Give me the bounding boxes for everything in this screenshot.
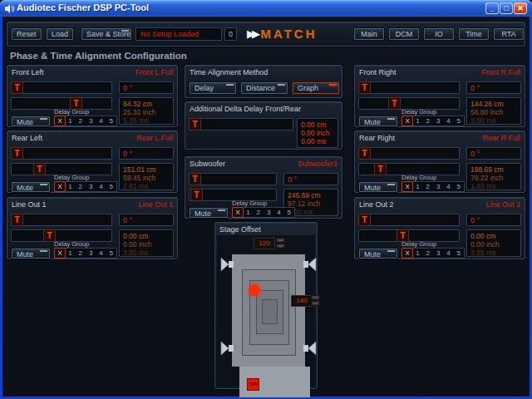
channel-name: Line Out 2 <box>359 200 394 209</box>
delta-delay-slider-track[interactable] <box>189 118 293 131</box>
delay-group-cell-1[interactable]: 1 <box>65 116 75 126</box>
channel-name: Rear Left <box>12 134 42 142</box>
phase-slider-handle[interactable]: T <box>11 147 23 160</box>
mute-button[interactable]: Mute <box>11 248 51 259</box>
delay-group-cell-4[interactable]: 4 <box>443 116 453 126</box>
delay-group-cell-5[interactable]: 5 <box>106 182 116 191</box>
save-store-button[interactable]: Save & Store <box>81 27 132 41</box>
subwoofer-position-marker[interactable]: SW <box>247 378 259 391</box>
save-store-indicator-icon <box>121 30 129 32</box>
minimize-button[interactable]: _ <box>485 2 499 14</box>
delay-group-cell-2[interactable]: 2 <box>254 208 264 217</box>
phase-slider-track[interactable] <box>358 214 460 226</box>
delay-group-cell-x[interactable]: X <box>233 208 243 217</box>
delay-group-cell-3[interactable]: 3 <box>433 182 443 191</box>
nav-dcm-button[interactable]: DCM <box>388 27 420 41</box>
phase-value: 0 ° <box>283 173 338 185</box>
method-distance-button[interactable]: Distance <box>240 81 288 95</box>
listener-position-dot[interactable] <box>249 284 260 296</box>
delay-slider-handle[interactable]: T <box>388 97 401 110</box>
close-button[interactable]: ✕ <box>514 2 527 14</box>
delay-group-cell-4[interactable]: 4 <box>96 116 106 126</box>
channel-panel-front-left: Front Left Front L Full T 0 ° T 64.32 cm… <box>7 65 178 127</box>
delay-group-cell-5[interactable]: 5 <box>106 116 116 126</box>
t-icon: T <box>14 215 19 224</box>
spinner-down-button[interactable] <box>311 301 320 306</box>
phase-slider-track[interactable] <box>11 147 112 160</box>
delay-group-cell-3[interactable]: 3 <box>433 116 443 126</box>
nav-rta-button[interactable]: RTA <box>493 27 525 41</box>
spinner-down-button[interactable] <box>276 244 285 249</box>
delay-group-cell-1[interactable]: 1 <box>243 208 253 217</box>
delay-slider-handle[interactable]: T <box>190 189 203 201</box>
phase-slider-track[interactable] <box>358 147 460 160</box>
maximize-button[interactable]: □ <box>500 2 513 14</box>
phase-slider-track[interactable] <box>11 214 112 226</box>
delay-group-cell-x[interactable]: X <box>55 182 65 191</box>
mute-button[interactable]: Mute <box>189 207 229 219</box>
delay-group-cell-1[interactable]: 1 <box>65 182 75 191</box>
delay-group-cell-5[interactable]: 5 <box>106 249 116 258</box>
delay-group-cell-1[interactable]: 1 <box>65 249 75 258</box>
phase-slider-handle[interactable]: T <box>11 214 23 226</box>
mute-button[interactable]: Mute <box>11 116 51 127</box>
load-button[interactable]: Load <box>46 27 74 41</box>
phase-slider-handle[interactable]: T <box>358 147 371 160</box>
delay-group-cell-1[interactable]: 1 <box>412 249 422 258</box>
window-titlebar[interactable]: Audiotec Fischer DSP PC-Tool _ □ ✕ <box>0 0 532 17</box>
mute-button[interactable]: Mute <box>358 248 398 259</box>
delay-group-cell-1[interactable]: 1 <box>412 116 422 126</box>
phase-slider-track[interactable] <box>189 173 277 185</box>
phase-slider-track[interactable] <box>358 81 460 94</box>
delay-group-cell-4[interactable]: 4 <box>443 182 453 191</box>
method-delay-button[interactable]: Delay <box>189 81 237 95</box>
delay-group-cell-x[interactable]: X <box>402 249 412 258</box>
phase-slider-handle[interactable]: T <box>11 81 23 94</box>
delay-group-cell-5[interactable]: 5 <box>454 182 464 191</box>
delay-group-cell-2[interactable]: 2 <box>423 249 433 258</box>
spinner-up-button[interactable] <box>311 295 320 300</box>
method-indicator-icon <box>278 84 285 86</box>
phase-slider-handle[interactable]: T <box>189 173 201 185</box>
delay-group-cell-3[interactable]: 3 <box>264 208 273 217</box>
delay-group-cell-5[interactable]: 5 <box>454 116 464 126</box>
delay-group-cell-2[interactable]: 2 <box>423 116 433 126</box>
delay-group-cell-3[interactable]: 3 <box>86 249 96 258</box>
delay-group-cell-2[interactable]: 2 <box>76 182 86 191</box>
delay-group-cell-x[interactable]: X <box>402 116 412 126</box>
delay-group-cell-2[interactable]: 2 <box>76 116 86 126</box>
nav-time-button[interactable]: Time <box>458 27 490 41</box>
delay-group-cell-3[interactable]: 3 <box>86 116 96 126</box>
delta-delay-slider-handle[interactable]: T <box>189 118 201 131</box>
delay-group-cell-4[interactable]: 4 <box>273 208 283 217</box>
method-graph-button[interactable]: Graph <box>292 81 340 95</box>
delay-group-cell-2[interactable]: 2 <box>423 182 433 191</box>
delay-group-cell-x[interactable]: X <box>55 116 65 126</box>
delay-slider-handle[interactable]: T <box>33 163 46 175</box>
delay-group-cell-x[interactable]: X <box>402 182 412 191</box>
mute-button[interactable]: Mute <box>358 181 398 193</box>
delay-group-cell-3[interactable]: 3 <box>86 182 96 191</box>
phase-slider-handle[interactable]: T <box>358 81 371 94</box>
nav-main-button[interactable]: Main <box>353 27 385 41</box>
spinner-up-button[interactable] <box>276 238 285 243</box>
delay-group-cell-5[interactable]: 5 <box>454 249 464 258</box>
mute-button[interactable]: Mute <box>358 116 398 127</box>
delay-group-label: Delay Group <box>401 174 436 181</box>
match-logo: ▶▶ MATCH <box>247 26 318 42</box>
delay-group-cell-3[interactable]: 3 <box>433 249 443 258</box>
phase-slider-track[interactable] <box>11 81 112 94</box>
delay-group-cell-2[interactable]: 2 <box>76 249 86 258</box>
mute-button[interactable]: Mute <box>11 181 51 193</box>
nav-io-button[interactable]: IO <box>423 27 455 41</box>
delay-group-cell-4[interactable]: 4 <box>96 182 106 191</box>
reset-button[interactable]: Reset <box>11 27 42 41</box>
delay-group-cell-x[interactable]: X <box>55 249 65 258</box>
delay-slider-handle[interactable]: T <box>374 163 387 175</box>
phase-slider-handle[interactable]: T <box>358 214 371 226</box>
distance-inch-value: 25.32 inch <box>123 108 173 116</box>
delay-group-cell-4[interactable]: 4 <box>96 249 106 258</box>
delay-group-cell-4[interactable]: 4 <box>443 249 453 258</box>
delay-group-cell-1[interactable]: 1 <box>412 182 422 191</box>
delay-group-cell-5[interactable]: 5 <box>284 208 294 217</box>
